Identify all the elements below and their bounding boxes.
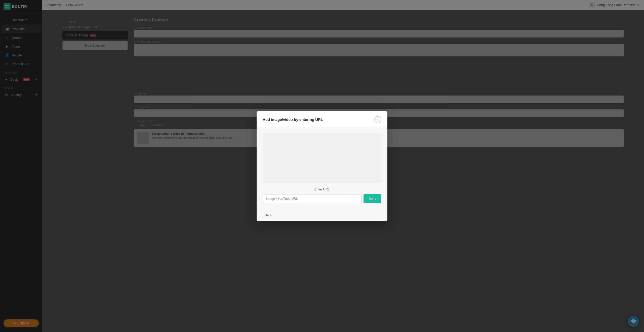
url-input-row: Done: [263, 194, 381, 203]
close-icon: ×: [377, 118, 379, 122]
main-area: Academy Help Center 🏪 Hong Kong Food Par…: [42, 0, 644, 332]
add-url-modal: Add image/video by entering URL × Enter …: [257, 111, 387, 221]
url-input[interactable]: [263, 194, 361, 203]
modal-body: Enter URL Done: [257, 127, 387, 209]
modal-footer: ‹ Back: [257, 209, 387, 221]
enter-url-label: Enter URL: [263, 187, 381, 191]
url-preview-area: [263, 133, 381, 183]
done-button[interactable]: Done: [364, 194, 381, 203]
modal-back-button[interactable]: ‹ Back: [263, 213, 272, 217]
modal-overlay: Add image/video by entering URL × Enter …: [42, 10, 644, 332]
modal-close-button[interactable]: ×: [374, 116, 381, 123]
chevron-left-icon: ‹: [263, 213, 264, 217]
modal-title: Add image/video by entering URL: [263, 117, 323, 122]
modal-header: Add image/video by entering URL ×: [257, 111, 387, 127]
content-area: < back Add product image / video From Bo…: [42, 10, 644, 332]
back-label: Back: [265, 213, 272, 217]
